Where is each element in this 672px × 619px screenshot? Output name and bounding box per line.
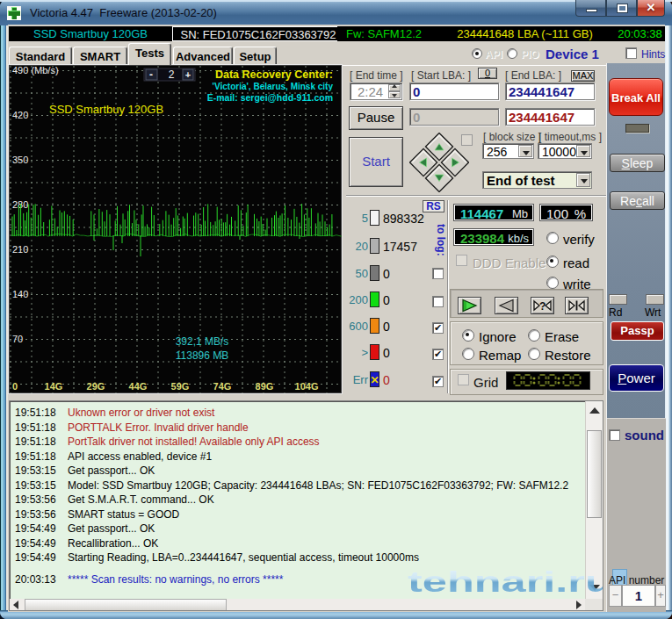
- svg-text:140: 140: [12, 289, 28, 299]
- svg-text:44G: 44G: [129, 381, 148, 392]
- svg-text:89G: 89G: [256, 381, 274, 392]
- svg-text:70: 70: [12, 334, 23, 344]
- svg-text:392,1 MB/s: 392,1 MB/s: [176, 335, 229, 348]
- svg-text:Data Recovery Center:: Data Recovery Center:: [215, 68, 333, 81]
- svg-text:+: +: [185, 69, 191, 80]
- svg-text:2: 2: [169, 68, 175, 81]
- svg-text:350: 350: [12, 155, 28, 165]
- svg-text:74G: 74G: [213, 381, 232, 392]
- svg-text:420: 420: [12, 110, 28, 120]
- svg-text:E-mail: sergei@hdd-911.com: E-mail: sergei@hdd-911.com: [207, 92, 333, 103]
- svg-text:SSD Smartbuy 120GB: SSD Smartbuy 120GB: [49, 103, 163, 116]
- svg-text:104G: 104G: [295, 381, 319, 392]
- svg-text:113896 MB: 113896 MB: [176, 349, 229, 362]
- svg-text:-: -: [149, 68, 153, 81]
- svg-text:59G: 59G: [171, 381, 190, 392]
- svg-text:?: ?: [539, 300, 546, 313]
- svg-text:210: 210: [12, 244, 28, 255]
- svg-text:'Victoria', Belarus, Minsk cit: 'Victoria', Belarus, Minsk city: [213, 82, 334, 91]
- svg-text:29G: 29G: [87, 381, 105, 392]
- svg-text:14G: 14G: [45, 381, 63, 392]
- svg-text:490 (Mb/s): 490 (Mb/s): [12, 66, 59, 76]
- svg-text:0: 0: [12, 381, 18, 392]
